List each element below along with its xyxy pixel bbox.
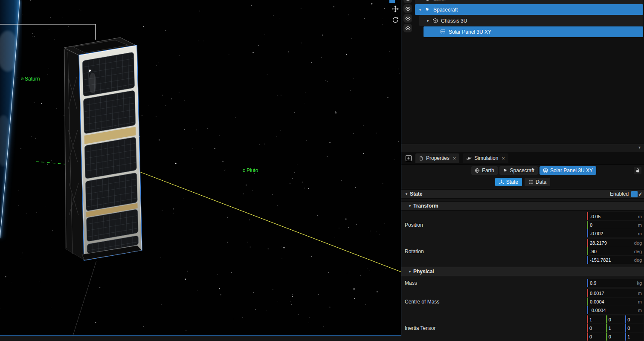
lock-icon[interactable] [634,167,641,174]
panel-tab-bar: Properties × Simulation × [401,152,644,165]
property-label: Rotation [401,249,587,254]
gizmo-button-partial[interactable] [389,0,395,3]
property-label: Inertia Tensor [401,325,587,331]
property-label: Mass [401,280,587,286]
visibility-toggle[interactable] [403,14,412,23]
property-mass: Mass 0.9kg [401,279,644,287]
close-icon[interactable]: × [502,155,505,162]
property-position: Position -0.05m 0m -0.002m [401,212,644,237]
tensor-cell[interactable]: 1 [587,315,606,324]
caret-down-icon[interactable]: ▾ [638,145,641,150]
tree-row-spacecraft[interactable]: ▾ Spacecraft [415,4,643,15]
cube-icon [431,18,439,23]
tab-properties[interactable]: Properties × [415,153,459,163]
property-label: Position [401,222,587,228]
check-icon: ✓ [638,191,643,197]
mass-field[interactable]: 0.9kg [587,279,644,287]
tensor-cell[interactable]: 0 [606,315,625,324]
property-label: Centre of Mass [401,299,587,305]
visibility-toggle[interactable] [403,4,412,13]
tree-row-chassis[interactable]: ▾ Chassis 3U [419,15,643,26]
properties-panel: ▾ State Enabled ✓ ▾ Transform Position -… [401,188,644,341]
subtab-label: State [506,179,518,185]
tree-row-label: Chassis 3U [441,18,467,24]
close-icon[interactable]: × [453,155,456,162]
section-state[interactable]: ▾ State Enabled ✓ [401,189,644,199]
tree-row-label: Earth [433,0,446,2]
space-background [0,0,401,335]
property-centre-of-mass: Centre of Mass 0.0017m 0.0004m -0.0004m [401,289,644,314]
side-panel: ▾ Earth ▾ Spacecraft ▾ Chassis 3U [401,0,644,341]
viewport-3d[interactable]: Saturn Pluto [0,0,401,336]
visibility-column [401,0,413,34]
breadcrumb-label: Earth [482,168,494,173]
rotation-z-field[interactable]: -151.7821deg [587,256,644,264]
property-view-tabs: State Data [401,176,644,188]
visibility-toggle[interactable] [403,0,412,3]
tensor-cell[interactable]: 1 [606,324,625,332]
globe-icon [424,0,431,1]
rotation-y-field[interactable]: -90deg [587,247,644,255]
tensor-cell[interactable]: 0 [606,332,625,341]
solar-panel-icon [543,168,548,173]
scene-hierarchy: ▾ Earth ▾ Spacecraft ▾ Chassis 3U [401,0,644,152]
caret-down-icon[interactable]: ▾ [417,0,424,1]
document-icon [419,156,424,161]
com-y-field[interactable]: 0.0004m [587,298,644,306]
application-window: Saturn Pluto [0,0,644,341]
com-x-field[interactable]: 0.0017m [587,289,644,297]
tensor-cell[interactable]: 1 [625,332,644,341]
position-x-field[interactable]: -0.05m [587,212,644,220]
tensor-cell[interactable]: 0 [587,332,606,341]
com-z-field[interactable]: -0.0004m [587,306,644,314]
rotation-x-field[interactable]: 28.2179deg [587,239,644,247]
enabled-checkbox[interactable] [631,191,638,197]
tab-label: Properties [426,155,450,161]
globe-icon [475,168,480,173]
position-z-field[interactable]: -0.002m [587,229,644,237]
tab-label: Simulation [474,155,498,161]
enabled-label: Enabled [610,191,629,197]
tree-rows: ▾ Earth ▾ Spacecraft ▾ Chassis 3U [413,0,643,38]
simulation-icon [466,156,472,161]
caret-down-icon[interactable]: ▾ [417,8,424,12]
tree-row-earth[interactable]: ▾ Earth [415,0,643,4]
subtab-state[interactable]: State [495,178,522,186]
subtab-data[interactable]: Data [525,178,550,186]
breadcrumb-label: Spacecraft [510,168,534,173]
hierarchy-collapse-bar[interactable]: ▾ [401,144,644,152]
viewport-bottom-strip [0,336,401,341]
tensor-cell[interactable]: 0 [587,324,606,332]
tab-simulation[interactable]: Simulation × [463,153,508,163]
breadcrumb-earth[interactable]: Earth [471,166,498,175]
caret-down-icon[interactable]: ▾ [406,204,413,208]
scene-canvas[interactable]: Saturn Pluto [0,0,401,335]
tensor-cell[interactable]: 0 [625,315,644,324]
caret-down-icon[interactable]: ▾ [424,19,431,23]
spacecraft-icon [503,168,508,173]
section-title: Transform [413,203,438,209]
inertia-tensor-grid: 1 0 0 0 1 0 0 0 1 [587,315,644,341]
tensor-cell[interactable]: 0 [625,324,644,332]
axes-icon [499,179,504,185]
svg-text:Pluto: Pluto [247,168,258,173]
section-physical[interactable]: ▾ Physical [401,267,644,276]
breadcrumb-spacecraft[interactable]: Spacecraft [499,166,538,175]
breadcrumb-solar-panel[interactable]: Solar Panel 3U XY [540,166,596,175]
property-rotation: Rotation 28.2179deg -90deg -151.7821deg [401,239,644,264]
caret-down-icon[interactable]: ▾ [403,192,410,196]
visibility-toggle[interactable] [403,24,412,32]
breadcrumb-label: Solar Panel 3U XY [550,168,593,173]
subtab-label: Data [536,179,546,185]
spacecraft-model[interactable] [64,38,142,260]
tree-row-solar-panel[interactable]: Solar Panel 3U XY [424,26,643,37]
property-inertia-tensor: Inertia Tensor 1 0 0 0 1 0 0 0 [401,315,644,341]
section-transform[interactable]: ▾ Transform [401,201,644,211]
solar-panel-icon [439,29,447,35]
tree-row-label: Spacecraft [433,7,458,13]
add-tab-button[interactable] [405,155,412,162]
caret-down-icon[interactable]: ▾ [406,269,413,274]
position-y-field[interactable]: 0m [587,221,644,229]
breadcrumb: Earth Spacecraft Solar Panel 3U XY [401,165,644,176]
section-title: State [410,191,422,197]
